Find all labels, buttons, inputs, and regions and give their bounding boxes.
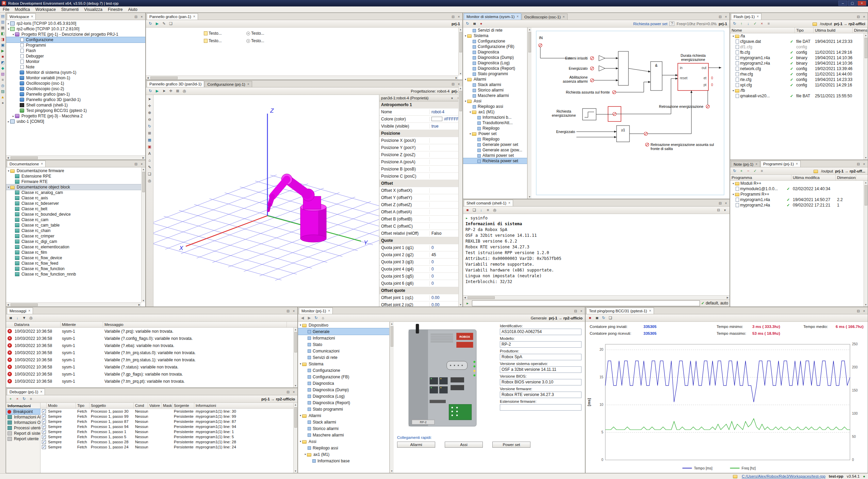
field-value[interactable]: Robox SpA: [500, 354, 582, 360]
tree-item[interactable]: Classe rc_elementlocation: [6, 244, 141, 250]
scrollbar-thumb[interactable]: [11, 303, 38, 306]
column-header[interactable]: Valore: [148, 403, 162, 408]
label-icon[interactable]: A: [147, 151, 153, 156]
clear-icon[interactable]: ❏: [471, 207, 477, 213]
message-row[interactable]: ×10/03/2022 10:36:58sysm-1Variabile (?.p…: [6, 328, 297, 335]
close-icon[interactable]: ×: [292, 309, 296, 313]
float-icon[interactable]: ⊟: [451, 82, 455, 86]
remove-icon[interactable]: −: [745, 168, 751, 174]
pause-icon[interactable]: ▮▮: [471, 21, 477, 27]
expander-icon[interactable]: ▾: [732, 89, 735, 92]
expander-icon[interactable]: ▾: [732, 182, 735, 185]
property-row[interactable]: Colore (color)#FFFFFF: [379, 116, 458, 123]
graphic-item[interactable]: Testo...: [246, 31, 264, 36]
breakpoint-checkbox[interactable]: ✓: [42, 409, 46, 413]
scroll-left-icon[interactable]: ◀: [146, 77, 150, 79]
scroll-down-icon[interactable]: ▼: [294, 384, 297, 387]
zoom-in-icon[interactable]: ⊕: [147, 110, 153, 116]
tree-item[interactable]: Informazioni: [298, 335, 389, 341]
zoom-out-icon[interactable]: ⊖: [147, 117, 153, 122]
float-icon[interactable]: ⊟: [856, 15, 861, 19]
shell-mode-select[interactable]: default, auto: [706, 301, 728, 305]
debugger-nav-item[interactable]: Breakpoint: [6, 409, 40, 414]
tree-item[interactable]: Diagnostica: [463, 49, 527, 55]
property-value[interactable]: 0.00: [430, 295, 458, 300]
file-row[interactable]: ▾/fa: [730, 33, 868, 39]
tree-item[interactable]: Configurazione: [6, 37, 145, 43]
help-icon[interactable]: ?: [669, 21, 674, 26]
property-row[interactable]: Offset A (offsetA): [379, 209, 458, 216]
property-value[interactable]: #FFFFFF: [430, 117, 458, 121]
scrollbar-thumb[interactable]: [459, 95, 462, 111]
tree-item[interactable]: Classe rc_cam: [6, 217, 141, 222]
scrollbar-thumb[interactable]: [865, 38, 867, 58]
pause-icon[interactable]: ▮▮: [594, 315, 600, 321]
stop-icon[interactable]: ■: [464, 207, 471, 213]
properties-vscrollbar[interactable]: ▲▼: [458, 95, 462, 307]
property-value[interactable]: 0: [430, 245, 458, 250]
rail-docs-button[interactable]: ▨: [1, 89, 5, 94]
tree-item[interactable]: Monitor di sistema (sysm-1): [6, 70, 145, 75]
breakpoint-checkbox[interactable]: ✓: [42, 445, 46, 449]
property-row[interactable]: Offset Z (offsetZ): [379, 201, 458, 209]
scrollbar-thumb[interactable]: [150, 77, 178, 79]
file-row[interactable]: rhw.cfg✓config11/02/2021 14:44:00: [730, 71, 868, 77]
scrollbar-thumb[interactable]: [142, 172, 145, 192]
file-row[interactable]: network.cfg✓config19/02/2021 13:39:46: [730, 66, 868, 71]
scrollbar-thumb[interactable]: [391, 326, 393, 347]
expander-icon[interactable]: ▾: [299, 324, 302, 327]
tab-debugger-prj-1-[interactable]: Debugger (prj-1)×: [7, 389, 45, 395]
file-row[interactable]: rte.cfg✓config19/04/2021 14:23:33: [730, 77, 868, 82]
tree-item[interactable]: Storico allarmi: [463, 87, 527, 93]
objects-icon[interactable]: ❏: [168, 21, 174, 27]
field-value[interactable]: RP-2: [500, 341, 582, 348]
camera-icon[interactable]: ◎: [147, 178, 153, 184]
property-row[interactable]: Quota joint 5 (qj5)0: [379, 273, 458, 280]
tree-item[interactable]: Diagnostica (Dump): [463, 55, 527, 60]
graphic-item[interactable]: Testo...: [204, 31, 222, 36]
tree-item[interactable]: Programmi: [6, 43, 145, 48]
column-header[interactable]: Dimensione: [853, 28, 868, 33]
breakpoint-row[interactable]: ✓SempreFetchProcesso 1, passo 24NessunaP…: [40, 444, 297, 449]
scroll-down-icon[interactable]: ▼: [865, 156, 867, 160]
debugger-nav-item[interactable]: Informazioni OB: [6, 420, 40, 425]
tree-item[interactable]: Diagnostica (Dump): [298, 386, 389, 393]
graphic-vscrollbar[interactable]: ▲▼: [458, 28, 462, 76]
close-icon[interactable]: ×: [862, 162, 866, 166]
column-header[interactable]: Informazioni: [194, 403, 297, 408]
graphic-item[interactable]: Testo...: [246, 38, 264, 43]
tree-item[interactable]: Stack allarmi: [298, 419, 389, 425]
property-value[interactable]: 0.00: [430, 302, 458, 307]
expander-icon[interactable]: ▾: [12, 33, 15, 36]
tree-item[interactable]: ▾Documentazione firmware: [6, 168, 141, 174]
tree-item[interactable]: Informazioni base: [298, 458, 389, 464]
tab-documentazione[interactable]: Documentazione×: [7, 161, 46, 167]
scroll-down-icon[interactable]: ▼: [459, 303, 462, 307]
flash-vscrollbar[interactable]: ▲▼: [864, 33, 868, 160]
expander-icon[interactable]: ▾: [464, 100, 467, 103]
tab-close-icon[interactable]: ×: [508, 201, 510, 205]
graphic-item[interactable]: Testo...: [204, 38, 222, 43]
tree-item[interactable]: Servizi di rete: [463, 28, 527, 33]
field-value[interactable]: Robox BIOS versione 3.0.10: [500, 379, 582, 385]
tab-close-icon[interactable]: ×: [517, 15, 519, 18]
tab-pannello-grafico-3d-pan3d-1-[interactable]: Pannello grafico 3D (pan3d-1): [147, 81, 204, 87]
tree-item[interactable]: ▾Allarmi: [298, 412, 389, 419]
shell-dropdown-icon[interactable]: ▾: [723, 208, 727, 212]
tree-item[interactable]: Riepilogo: [463, 136, 527, 142]
tree-item[interactable]: Riepilogo assi: [463, 104, 527, 109]
tree-item[interactable]: Oscilloscopio (osc-2): [6, 86, 145, 92]
column-header[interactable]: Programma: [730, 175, 791, 180]
scroll-right-icon[interactable]: ▶: [142, 156, 145, 159]
property-row[interactable]: Offset Y (offsetY): [379, 194, 458, 201]
scroll-down-icon[interactable]: ▼: [294, 469, 297, 473]
property-row[interactable]: Nomerobot-4: [379, 109, 458, 116]
tree-item[interactable]: Maschere allarmi: [298, 432, 389, 438]
debugger-nav-item[interactable]: Informazioni AF: [6, 414, 40, 420]
pause-icon[interactable]: ▮▮: [7, 315, 14, 321]
home-icon[interactable]: ⌂: [320, 315, 326, 321]
graphic-hscrollbar[interactable]: ◀▶: [146, 76, 458, 80]
property-value[interactable]: robot-4: [430, 110, 458, 114]
scrollbar-thumb[interactable]: [294, 407, 297, 428]
tree-item[interactable]: Classe rc_analog_cam: [6, 190, 141, 195]
